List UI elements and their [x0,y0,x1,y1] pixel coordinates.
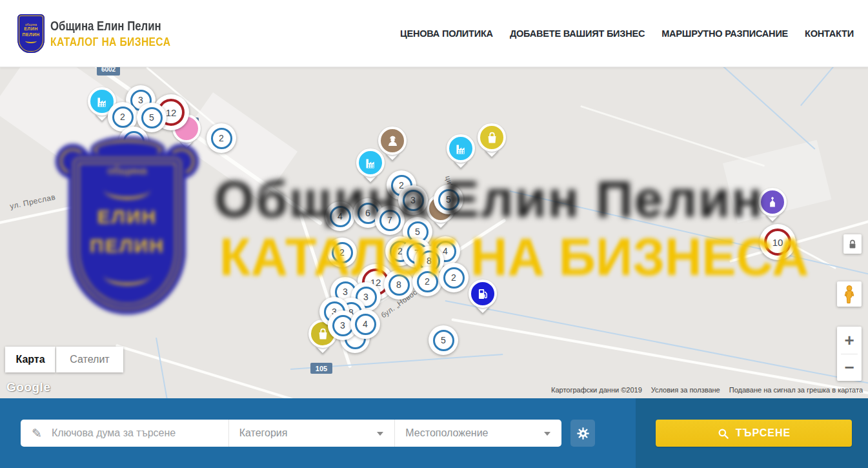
keyword-field[interactable]: ✎ [21,420,228,447]
factory-pin-icon [447,134,475,163]
zoom-out-button[interactable]: − [837,354,862,381]
cluster-count: 2 [211,128,232,149]
markers-layer: 32125223546752274812822338334510 [0,66,868,398]
search-button-label: ТЪРСЕНЕ [736,427,791,439]
worker-pin[interactable] [378,127,407,155]
bag-pin-icon [478,123,506,152]
nav-item-contacts[interactable]: КОНТАКТИ [805,28,854,39]
cluster-count: 10 [764,229,791,256]
zoom-control: + − [837,327,862,381]
road-badge-6002: 6002 [97,66,120,76]
search-bar: ✎ Категория Местоположение ТЪРСЕНЕ [0,398,868,468]
map-attribution: Картографски данни ©2019 Условия за полз… [551,386,863,394]
cluster-count: 7 [379,210,401,231]
chevron-down-icon [377,432,383,436]
crest-name-line1: ЕЛИН [24,26,38,32]
cluster-count [123,131,145,152]
logo-text: Община Елин Пелин КАТАЛОГ НА БИЗНЕСА [50,18,197,49]
location-value: Местоположение [405,427,488,439]
pegman-control[interactable] [837,281,862,307]
crest-name-line2: ПЕЛИН [22,32,39,38]
cluster-marker[interactable]: 2 [327,238,357,267]
logo[interactable]: община ЕЛИН ПЕЛИН Община Елин Пелин КАТА… [17,14,197,53]
nav-item-pricing[interactable]: ЦЕНОВА ПОЛИТИКА [400,28,493,39]
map-type-map-button[interactable]: Карта [5,347,56,372]
cluster-marker[interactable]: 2 [439,263,469,292]
cluster-marker[interactable]: 3 [398,185,428,215]
cluster-count: 2 [112,107,134,128]
page: община ЕЛИН ПЕЛИН Община Елин Пелин КАТА… [0,0,868,468]
cluster-marker[interactable]: 2 [412,267,442,296]
church-pin[interactable] [758,188,787,216]
cluster-count: 2 [332,242,353,263]
zoom-in-button[interactable]: + [837,327,862,354]
advanced-settings-button[interactable] [570,420,595,447]
road-badge-105: 105 [310,363,332,374]
factory-pin[interactable] [447,134,475,163]
header: община ЕЛИН ПЕЛИН Община Елин Пелин КАТА… [0,0,868,67]
attribution-data: Картографски данни ©2019 [551,386,642,394]
cluster-marker[interactable]: 5 [429,325,458,355]
cluster-count: 2 [443,267,465,289]
pegman-icon [842,285,856,304]
search-button[interactable]: ТЪРСЕНЕ [656,420,852,447]
keyword-input[interactable] [50,427,208,440]
cluster-count: 3 [403,190,424,211]
cluster-marker[interactable]: 10 [760,224,796,260]
crest-ornament [25,39,37,43]
cluster-count: 5 [438,189,459,210]
site-subtitle: КАТАЛОГ НА БИЗНЕСА [50,35,170,49]
cluster-marker[interactable] [119,127,148,156]
cluster-count: 4 [330,206,351,227]
search-icon [717,427,729,440]
cluster-marker[interactable]: 4 [350,309,380,339]
attribution-report-link[interactable]: Подаване на сигнал за грешка в картата [729,386,863,394]
cluster-marker[interactable]: 7 [375,205,405,235]
attribution-terms-link[interactable]: Условия за ползване [651,386,720,394]
cluster-count: 2 [417,271,438,292]
cluster-count: 5 [141,107,163,128]
map-type-satellite-button[interactable]: Сателит [56,347,123,372]
cluster-count: 5 [433,330,454,351]
bag-pin[interactable] [478,123,506,152]
church-pin-icon [758,188,787,216]
fuel-pin[interactable] [469,280,497,308]
site-title: Община Елин Пелин [50,18,168,34]
nav-item-schedule[interactable]: МАРШРУТНО РАЗПИСАНИЕ [661,28,788,39]
category-dropdown[interactable]: Категория [228,420,395,447]
gear-icon [576,427,590,440]
lock-control[interactable] [843,234,862,254]
cluster-marker[interactable]: 4 [325,201,355,231]
municipality-crest-logo: община ЕЛИН ПЕЛИН [17,14,45,53]
pencil-icon: ✎ [32,426,42,441]
cluster-count: 8 [389,274,410,296]
nav-item-add-business[interactable]: ДОБАВЕТЕ ВАШИЯТ БИЗНЕС [510,28,645,39]
google-logo[interactable]: Google [6,380,50,394]
category-value: Категория [239,427,288,439]
main-nav: ЦЕНОВА ПОЛИТИКА ДОБАВЕТЕ ВАШИЯТ БИЗНЕС М… [400,0,854,66]
worker-pin-icon [378,127,407,155]
google-map[interactable]: ул. Преслав бул. „Новосел ци“ 6002 105 3… [0,66,868,398]
cluster-marker[interactable]: 5 [434,185,463,214]
cluster-marker[interactable]: 5 [137,103,167,132]
cluster-marker[interactable]: 2 [207,123,236,153]
cluster-marker[interactable]: 8 [384,270,414,300]
location-dropdown[interactable]: Местоположение [394,420,561,447]
cluster-count: 4 [355,314,376,335]
search-fields: ✎ Категория Местоположение [21,420,561,447]
fuel-pin-icon [469,280,497,308]
lock-icon [849,239,856,249]
chevron-down-icon [544,432,550,436]
